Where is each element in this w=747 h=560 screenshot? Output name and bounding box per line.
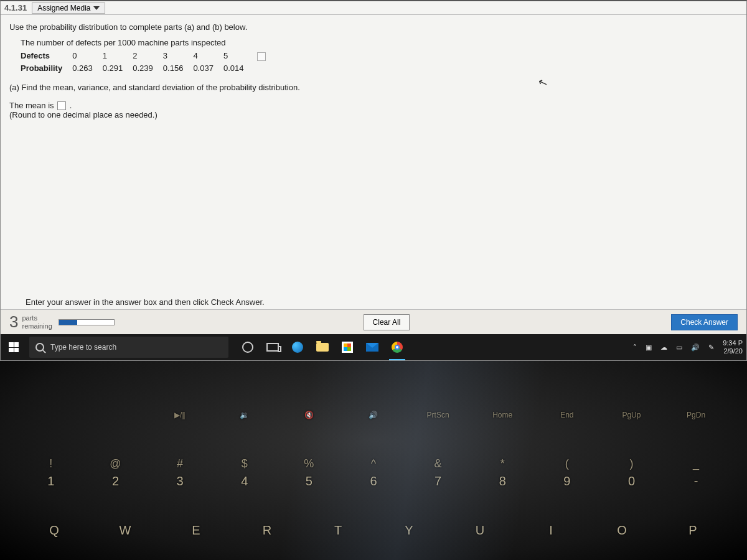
edge-icon <box>292 342 303 353</box>
taskbar-clock[interactable]: 9:34 P 2/9/20 <box>723 339 743 355</box>
cortana-button[interactable] <box>241 340 255 354</box>
task-view-button[interactable] <box>266 340 280 354</box>
table-caption: The number of defects per 1000 machine p… <box>21 38 738 47</box>
windows-logo-icon <box>9 342 19 352</box>
chevron-down-icon <box>93 6 100 10</box>
folder-icon <box>316 343 329 352</box>
edge-button[interactable] <box>291 340 304 354</box>
question-footer: 3 parts remaining Clear All Check Answer <box>1 309 746 334</box>
parts-remaining-count: 3 <box>9 312 18 332</box>
progress-bar <box>59 319 115 325</box>
onedrive-icon[interactable]: ☁ <box>660 343 667 352</box>
distribution-table: Defects 0 1 2 3 4 5 Probability 0.263 0.… <box>21 50 276 74</box>
chrome-icon <box>392 342 403 353</box>
mean-answer-input[interactable] <box>57 101 66 110</box>
check-answer-button[interactable]: Check Answer <box>671 314 738 330</box>
table-row: Defects 0 1 2 3 4 5 <box>21 50 276 62</box>
mail-icon <box>366 343 378 352</box>
question-number: 4.1.31 <box>4 3 27 12</box>
tray-overflow-button[interactable]: ˄ <box>633 343 637 352</box>
search-icon <box>35 343 44 352</box>
parts-remaining-label: parts remaining <box>22 314 52 329</box>
rounding-note: (Round to one decimal place as needed.) <box>9 110 738 119</box>
row-label: Probability <box>21 62 72 74</box>
search-placeholder: Type here to search <box>50 343 116 352</box>
mean-label-post: . <box>70 101 72 110</box>
pen-icon[interactable]: ✎ <box>708 343 714 352</box>
mail-button[interactable] <box>365 340 379 354</box>
start-button[interactable] <box>1 334 27 360</box>
chrome-button[interactable] <box>390 340 404 354</box>
table-row: Probability 0.263 0.291 0.239 0.156 0.03… <box>21 62 276 74</box>
popout-icon[interactable] <box>257 52 266 61</box>
wifi-icon[interactable]: ▭ <box>676 343 682 352</box>
file-explorer-button[interactable] <box>316 340 329 354</box>
store-icon <box>342 342 353 353</box>
question-prompt: Use the probability distribution to comp… <box>9 22 738 32</box>
windows-taskbar: Type here to search ˄ ▣ ☁ ▭ 🔊 ✎ 9:34 P 2… <box>1 334 746 360</box>
battery-icon[interactable]: ▣ <box>646 343 652 352</box>
question-content: Use the probability distribution to comp… <box>1 15 746 127</box>
question-header: 4.1.31 Assigned Media <box>1 1 746 15</box>
store-button[interactable] <box>341 340 354 354</box>
task-view-icon <box>266 343 279 352</box>
taskbar-search[interactable]: Type here to search <box>29 337 228 358</box>
answer-hint: Enter your answer in the answer box and … <box>26 297 265 307</box>
assigned-media-dropdown[interactable]: Assigned Media <box>32 2 105 14</box>
cortana-icon <box>242 342 253 353</box>
mean-label-pre: The mean is <box>9 101 56 110</box>
app-window: 4.1.31 Assigned Media Use the probabilit… <box>0 0 747 361</box>
clear-all-button[interactable]: Clear All <box>364 314 410 330</box>
assigned-media-label: Assigned Media <box>37 4 90 12</box>
sound-icon[interactable]: 🔊 <box>691 343 700 352</box>
part-a-text: (a) Find the mean, variance, and standar… <box>9 83 738 92</box>
row-label: Defects <box>21 50 72 62</box>
physical-keyboard: ▶/‖🔉🔇🔊PrtScnHomeEndPgUpPgDn !1@2#3$4%5^6… <box>0 361 747 560</box>
